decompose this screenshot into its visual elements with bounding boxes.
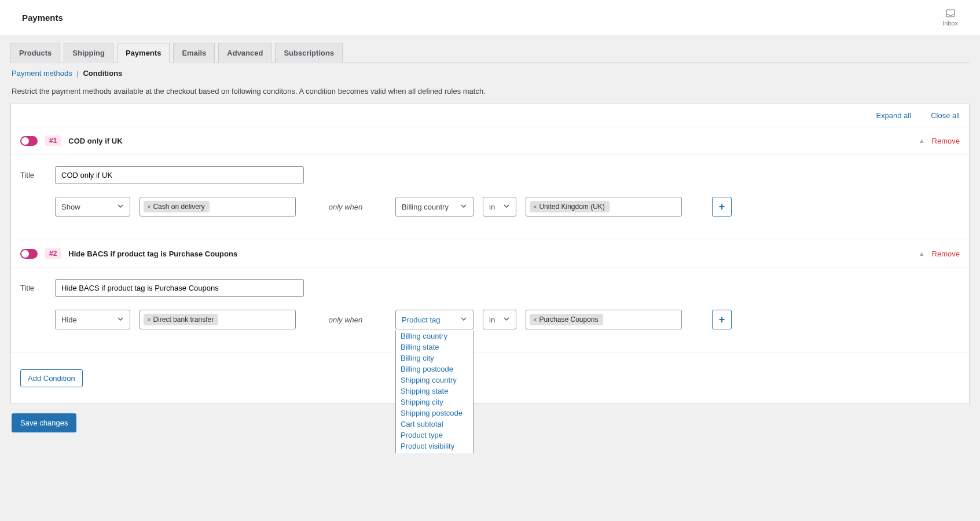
- chevron-down-icon: [503, 315, 510, 324]
- dropdown-option[interactable]: Cart subtotal: [396, 419, 473, 430]
- tab-products[interactable]: Products: [10, 43, 60, 63]
- action-value: Hide: [61, 315, 77, 324]
- title-label: Title: [20, 284, 46, 292]
- chevron-down-icon: [117, 315, 124, 324]
- dropdown-option[interactable]: Product type: [396, 430, 473, 441]
- inbox-label: Inbox: [942, 20, 958, 27]
- values-input[interactable]: ×Purchase Coupons: [526, 310, 682, 329]
- methods-input[interactable]: ×Cash on delivery: [140, 197, 296, 217]
- values-input[interactable]: ×United Kingdom (UK): [526, 197, 682, 217]
- expand-all-label: Expand all: [876, 111, 911, 120]
- chip-remove-icon[interactable]: ×: [147, 203, 151, 210]
- action-select[interactable]: Show: [55, 197, 130, 217]
- close-all-label: Close all: [931, 111, 960, 120]
- condition-index: #1: [45, 135, 61, 146]
- divider: |: [76, 69, 78, 78]
- expand-all[interactable]: Expand all: [867, 111, 911, 120]
- methods-input[interactable]: ×Direct bank transfer: [140, 310, 296, 329]
- tab-emails[interactable]: Emails: [173, 43, 215, 63]
- subnav-payment-methods[interactable]: Payment methods: [12, 69, 72, 78]
- title-label: Title: [20, 171, 46, 179]
- condition-2: #2 Hide BACS if product tag is Purchase …: [11, 240, 969, 353]
- dropdown-option[interactable]: Product category: [396, 452, 473, 453]
- subnav-conditions: Conditions: [83, 69, 122, 78]
- tab-payments[interactable]: Payments: [117, 43, 170, 63]
- collapse-icon: [922, 112, 928, 119]
- dropdown-option[interactable]: Shipping country: [396, 375, 473, 386]
- tabs: Products Shipping Payments Emails Advanc…: [10, 35, 970, 63]
- inbox-icon: [945, 8, 956, 19]
- chip-label: United Kingdom (UK): [539, 203, 604, 211]
- method-chip: ×Direct bank transfer: [144, 314, 218, 325]
- title-input[interactable]: [55, 166, 304, 184]
- chip-label: Cash on delivery: [153, 203, 204, 211]
- dropdown-option[interactable]: Shipping city: [396, 397, 473, 408]
- chip-remove-icon[interactable]: ×: [533, 203, 537, 210]
- add-rule-button[interactable]: +: [712, 310, 732, 329]
- chip-label: Direct bank transfer: [153, 315, 214, 324]
- action-value: Show: [61, 203, 80, 211]
- remove-link[interactable]: Remove: [932, 250, 960, 258]
- dropdown-option[interactable]: Shipping postcode: [396, 408, 473, 419]
- tab-shipping[interactable]: Shipping: [64, 43, 113, 63]
- field-value: Product tag: [402, 315, 441, 324]
- operator-value: in: [489, 315, 495, 324]
- chip-label: Purchase Coupons: [539, 315, 598, 324]
- dropdown-option[interactable]: Product visibility: [396, 441, 473, 452]
- dropdown-option[interactable]: Billing postcode: [396, 364, 473, 375]
- chevron-down-icon: [503, 203, 510, 211]
- conditions-card: Expand all Close all #1 COD only if UK ▲…: [10, 104, 970, 404]
- close-all[interactable]: Close all: [922, 111, 960, 120]
- description-text: Restrict the payment methods available a…: [10, 83, 970, 104]
- add-rule-button[interactable]: +: [712, 197, 732, 217]
- condition-1: #1 COD only if UK ▲ Remove Title Show: [11, 127, 969, 240]
- tab-subscriptions[interactable]: Subscriptions: [275, 43, 343, 63]
- field-select[interactable]: Billing country: [395, 197, 474, 217]
- chip-remove-icon[interactable]: ×: [147, 316, 151, 323]
- action-select[interactable]: Hide: [55, 310, 130, 329]
- dropdown-option[interactable]: Billing state: [396, 342, 473, 353]
- page-title: Payments: [22, 13, 63, 23]
- collapse-icon[interactable]: ▲: [919, 137, 925, 144]
- dropdown-option[interactable]: Billing city: [396, 353, 473, 364]
- add-condition-button[interactable]: Add Condition: [20, 369, 83, 387]
- collapse-icon[interactable]: ▲: [919, 250, 925, 257]
- remove-link[interactable]: Remove: [932, 137, 960, 145]
- condition-index: #2: [45, 248, 61, 259]
- chevron-down-icon: [117, 203, 124, 211]
- chevron-down-icon: [460, 203, 467, 211]
- operator-value: in: [489, 203, 495, 211]
- expand-icon: [867, 112, 873, 119]
- subnav: Payment methods | Conditions: [10, 63, 970, 83]
- chip-remove-icon[interactable]: ×: [533, 316, 537, 323]
- title-input[interactable]: [55, 279, 304, 297]
- chevron-down-icon: [460, 315, 467, 324]
- save-button[interactable]: Save changes: [12, 413, 76, 432]
- field-value: Billing country: [402, 203, 449, 211]
- only-when-text: only when: [305, 203, 386, 211]
- inbox-button[interactable]: Inbox: [942, 8, 958, 27]
- toggle-enabled[interactable]: [20, 136, 38, 146]
- only-when-text: only when: [305, 315, 386, 324]
- toggle-enabled[interactable]: [20, 249, 38, 259]
- condition-title: COD only if UK: [68, 137, 122, 145]
- dropdown-option[interactable]: Shipping state: [396, 386, 473, 397]
- field-select[interactable]: Product tag: [395, 310, 474, 329]
- operator-select[interactable]: in: [483, 197, 516, 217]
- value-chip: ×United Kingdom (UK): [530, 201, 610, 212]
- field-dropdown[interactable]: Billing countryBilling stateBilling city…: [395, 331, 474, 453]
- value-chip: ×Purchase Coupons: [530, 314, 603, 325]
- operator-select[interactable]: in: [483, 310, 516, 329]
- tab-advanced[interactable]: Advanced: [218, 43, 271, 63]
- dropdown-option[interactable]: Billing country: [396, 331, 473, 342]
- condition-title: Hide BACS if product tag is Purchase Cou…: [68, 250, 237, 258]
- method-chip: ×Cash on delivery: [144, 201, 210, 212]
